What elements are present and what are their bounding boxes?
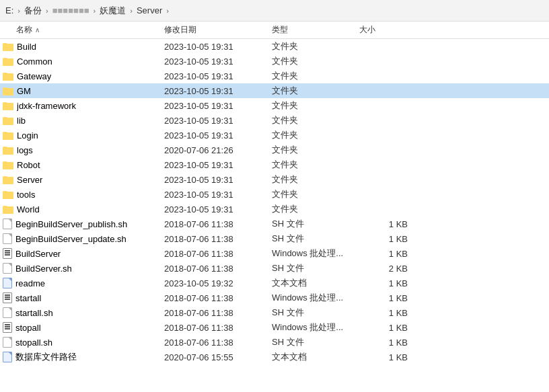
cell-name: Common xyxy=(3,56,164,67)
breadcrumb-e[interactable]: E: xyxy=(5,5,13,15)
file-name: Build xyxy=(17,42,36,52)
table-row[interactable]: stopall.sh 2018-07-06 11:38 SH 文件 1 KB xyxy=(0,335,549,350)
cell-size: 1 KB xyxy=(359,352,413,362)
cell-size: 2 KB xyxy=(359,264,413,274)
bat-icon xyxy=(3,292,12,303)
file-name: startall xyxy=(15,293,41,303)
cell-type: 文件夹 xyxy=(272,173,359,186)
cell-size: 1 KB xyxy=(359,234,413,244)
table-row[interactable]: BeginBuildServer_publish.sh 2018-07-06 1… xyxy=(0,217,549,231)
table-row[interactable]: World 2023-10-05 19:31 文件夹 xyxy=(0,202,549,217)
cell-modified: 2023-10-05 19:31 xyxy=(164,86,272,96)
file-name: Login xyxy=(17,130,38,141)
file-name: lib xyxy=(17,116,26,126)
breadcrumb-backup[interactable]: 备份 xyxy=(24,5,42,17)
cell-type: 文件夹 xyxy=(272,70,359,82)
folder-icon xyxy=(3,190,13,199)
cell-name: Gateway xyxy=(3,71,164,81)
breadcrumb-yaomodao[interactable]: 妖魔道 xyxy=(100,5,126,17)
col-header-type[interactable]: 类型 xyxy=(272,24,359,36)
table-row[interactable]: readme 2023-10-05 19:32 文本文档 1 KB xyxy=(0,276,549,290)
folder-icon xyxy=(3,160,13,169)
file-name: BuildServer xyxy=(15,249,61,259)
cell-name: logs xyxy=(3,145,164,155)
breadcrumb-bar: E: › 备份 › ■■■■■■■ › 妖魔道 › Server › xyxy=(0,0,549,22)
cell-type: SH 文件 xyxy=(272,307,359,319)
table-row[interactable]: Login 2023-10-05 19:31 文件夹 xyxy=(0,128,549,143)
cell-type: 文件夹 xyxy=(272,159,359,171)
file-icon xyxy=(3,263,12,274)
cell-size: 1 KB xyxy=(359,308,413,318)
cell-name: stopall.sh xyxy=(3,337,164,348)
file-icon xyxy=(3,233,12,244)
breadcrumb-server[interactable]: Server xyxy=(137,5,162,15)
table-row[interactable]: Common 2023-10-05 19:31 文件夹 xyxy=(0,54,549,69)
cell-type: 文件夹 xyxy=(272,40,359,52)
file-name: GM xyxy=(17,86,31,96)
cell-name: tools xyxy=(3,190,164,200)
cell-name: Server xyxy=(3,175,164,185)
table-row[interactable]: GM 2023-10-05 19:31 文件夹 xyxy=(0,83,549,98)
cell-modified: 2023-10-05 19:31 xyxy=(164,130,272,141)
table-row[interactable]: tools 2023-10-05 19:31 文件夹 xyxy=(0,187,549,202)
table-row[interactable]: 数据库文件路径 2020-07-06 15:55 文本文档 1 KB xyxy=(0,350,549,364)
file-name: Gateway xyxy=(17,71,51,81)
cell-modified: 2023-10-05 19:31 xyxy=(164,204,272,214)
table-row[interactable]: Server 2023-10-05 19:31 文件夹 xyxy=(0,172,549,187)
cell-type: SH 文件 xyxy=(272,262,359,274)
table-row[interactable]: startall 2018-07-06 11:38 Windows 批处理...… xyxy=(0,290,549,305)
file-name: stopall xyxy=(15,323,41,333)
table-row[interactable]: BeginBuildServer_update.sh 2018-07-06 11… xyxy=(0,231,549,246)
file-icon xyxy=(3,337,12,348)
table-row[interactable]: jdxk-framework 2023-10-05 19:31 文件夹 xyxy=(0,98,549,113)
cell-type: SH 文件 xyxy=(272,218,359,230)
file-list[interactable]: Build 2023-10-05 19:31 文件夹 Common 2023-1… xyxy=(0,39,549,392)
cell-size: 1 KB xyxy=(359,293,413,303)
cell-modified: 2018-07-06 11:38 xyxy=(164,338,272,348)
col-header-modified[interactable]: 修改日期 xyxy=(164,24,272,36)
table-row[interactable]: logs 2020-07-06 21:26 文件夹 xyxy=(0,143,549,157)
folder-icon xyxy=(3,42,13,51)
file-name: tools xyxy=(17,190,35,200)
cell-modified: 2018-07-06 11:38 xyxy=(164,249,272,259)
cell-modified: 2023-10-05 19:31 xyxy=(164,42,272,52)
cell-modified: 2018-07-06 11:38 xyxy=(164,219,272,229)
cell-name: startall.sh xyxy=(3,307,164,318)
cell-type: 文本文档 xyxy=(272,277,359,289)
file-blue-icon xyxy=(3,352,12,362)
bat-icon xyxy=(3,322,12,333)
folder-icon xyxy=(3,101,13,110)
table-row[interactable]: startall.sh 2018-07-06 11:38 SH 文件 1 KB xyxy=(0,305,549,320)
cell-size: 1 KB xyxy=(359,278,413,288)
cell-modified: 2020-07-06 15:55 xyxy=(164,352,272,362)
col-header-size[interactable]: 大小 xyxy=(359,24,413,36)
breadcrumb-mid[interactable]: ■■■■■■■ xyxy=(52,5,89,15)
table-row[interactable]: Gateway 2023-10-05 19:31 文件夹 xyxy=(0,69,549,83)
cell-type: Windows 批处理... xyxy=(272,321,359,334)
cell-modified: 2018-07-06 11:38 xyxy=(164,264,272,274)
table-row[interactable]: BuildServer 2018-07-06 11:38 Windows 批处理… xyxy=(0,246,549,261)
column-header: 名称 ∧ 修改日期 类型 大小 xyxy=(0,22,549,39)
table-row[interactable]: Build 2023-10-05 19:31 文件夹 xyxy=(0,39,549,54)
cell-type: Windows 批处理... xyxy=(272,247,359,260)
cell-modified: 2018-07-06 11:38 xyxy=(164,308,272,318)
file-name: World xyxy=(17,204,40,214)
cell-modified: 2018-07-06 11:38 xyxy=(164,323,272,333)
table-row[interactable]: Robot 2023-10-05 19:31 文件夹 xyxy=(0,157,549,172)
col-header-name[interactable]: 名称 ∧ xyxy=(3,24,164,36)
cell-type: 文件夹 xyxy=(272,129,359,141)
cell-name: GM xyxy=(3,86,164,96)
cell-name: stopall xyxy=(3,322,164,333)
file-icon xyxy=(3,307,12,318)
file-name: BeginBuildServer_update.sh xyxy=(15,234,126,244)
cell-name: 数据库文件路径 xyxy=(3,351,164,363)
cell-modified: 2023-10-05 19:31 xyxy=(164,175,272,185)
file-name: readme xyxy=(15,278,45,288)
file-name: BeginBuildServer_publish.sh xyxy=(15,219,127,229)
table-row[interactable]: lib 2023-10-05 19:31 文件夹 xyxy=(0,113,549,128)
cell-type: 文件夹 xyxy=(272,55,359,67)
table-row[interactable]: stopall 2018-07-06 11:38 Windows 批处理... … xyxy=(0,320,549,335)
table-row[interactable]: BuildServer.sh 2018-07-06 11:38 SH 文件 2 … xyxy=(0,261,549,276)
cell-type: 文件夹 xyxy=(272,114,359,126)
cell-type: 文件夹 xyxy=(272,85,359,97)
